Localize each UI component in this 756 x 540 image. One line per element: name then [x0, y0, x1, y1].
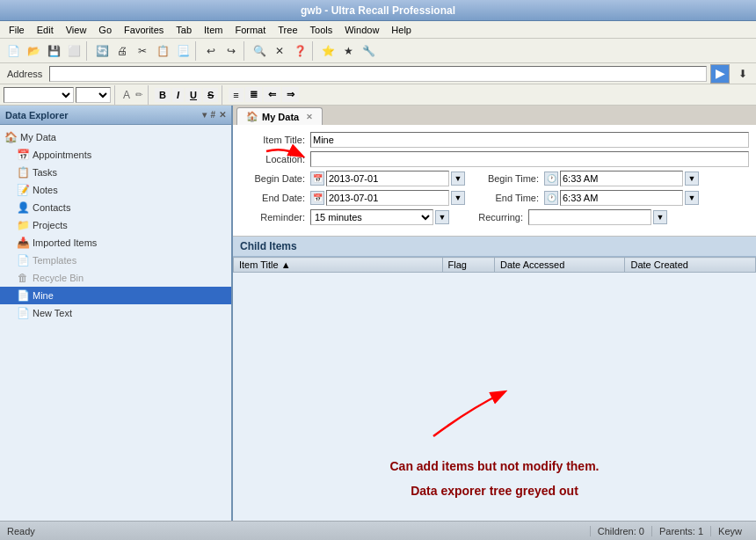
- tree-item-notes[interactable]: 📝 Notes: [0, 181, 231, 199]
- child-items-section: Child Items Item Title ▲ Flag Date Acces…: [233, 237, 756, 521]
- begin-date-icon[interactable]: 📅: [310, 171, 324, 186]
- main-area: Data Explorer ▾ # ✕ 🏠 My Data 📅 Appointm…: [0, 106, 756, 521]
- font-size-select[interactable]: [76, 87, 111, 103]
- recurring-input[interactable]: [528, 209, 651, 225]
- tree-item-mine[interactable]: 📄 Mine: [0, 287, 231, 304]
- menu-view[interactable]: View: [61, 23, 92, 37]
- annotation-area: Can add items but not modify them. Data …: [233, 357, 756, 521]
- sidebar-close-icon[interactable]: ✕: [219, 110, 226, 120]
- projects-icon: 📁: [16, 218, 30, 232]
- begin-date-dropdown-icon[interactable]: ▼: [451, 171, 465, 186]
- reminder-dropdown-icon[interactable]: ▼: [435, 210, 449, 224]
- open-btn[interactable]: 📂: [24, 41, 43, 61]
- italic-btn[interactable]: I: [172, 88, 184, 102]
- help-btn[interactable]: ❓: [290, 41, 309, 61]
- paste-btn[interactable]: 📃: [173, 41, 193, 61]
- sidebar-pin-icon[interactable]: ▾: [202, 110, 207, 120]
- bold-btn[interactable]: B: [155, 88, 171, 102]
- star2-btn[interactable]: ★: [338, 41, 358, 61]
- item-title-input[interactable]: [310, 132, 749, 148]
- end-time-input[interactable]: [560, 190, 683, 206]
- font-family-select[interactable]: [4, 87, 74, 103]
- end-date-input[interactable]: [326, 190, 449, 206]
- tab-icon: 🏠: [246, 111, 258, 122]
- menu-tab[interactable]: Tab: [171, 23, 197, 37]
- menu-go[interactable]: Go: [93, 23, 117, 37]
- recurring-label: Recurring:: [458, 212, 528, 223]
- format-bar: A ✏ B I U S ≡ ≣ ⇐ ⇒: [0, 84, 756, 106]
- annotation-line2: Data exporer tree greyed out: [411, 484, 578, 498]
- tab-close-btn[interactable]: ✕: [306, 113, 313, 121]
- list2-btn[interactable]: ≣: [245, 87, 262, 102]
- col-date-accessed[interactable]: Date Accessed: [494, 258, 625, 273]
- star-btn[interactable]: ⭐: [318, 41, 338, 61]
- menu-help[interactable]: Help: [386, 23, 417, 37]
- print-btn[interactable]: 🖨: [113, 41, 132, 61]
- menu-window[interactable]: Window: [339, 23, 384, 37]
- address-input[interactable]: [49, 66, 707, 82]
- copy2-btn[interactable]: 📋: [153, 41, 172, 61]
- begin-time-input[interactable]: [560, 171, 683, 186]
- menu-tree[interactable]: Tree: [273, 23, 302, 37]
- cut-btn[interactable]: ✂: [133, 41, 152, 61]
- menu-edit[interactable]: Edit: [32, 23, 59, 37]
- menu-format[interactable]: Format: [229, 23, 271, 37]
- save-btn[interactable]: 💾: [44, 41, 63, 61]
- menu-item[interactable]: Item: [199, 23, 228, 37]
- begin-date-label: Begin Date:: [240, 173, 310, 184]
- begin-time-dropdown-icon[interactable]: ▼: [685, 171, 699, 186]
- tree-item-new-text[interactable]: 📄 New Text: [0, 304, 231, 322]
- end-date-dropdown-icon[interactable]: ▼: [451, 191, 465, 205]
- tree-item-imported-items[interactable]: 📥 Imported Items: [0, 234, 231, 252]
- strikethrough-btn[interactable]: S: [203, 88, 218, 102]
- recurring-dropdown-icon[interactable]: ▼: [653, 210, 667, 224]
- new-btn[interactable]: 📄: [4, 41, 23, 61]
- my-data-tab[interactable]: 🏠 My Data ✕: [236, 107, 323, 125]
- tree-item-projects[interactable]: 📁 Projects: [0, 216, 231, 234]
- end-time-dropdown-icon[interactable]: ▼: [685, 191, 699, 205]
- child-items-grid: Item Title ▲ Flag Date Accessed Date Cre…: [233, 257, 756, 273]
- indent-more-btn[interactable]: ⇒: [282, 87, 299, 102]
- copy-btn[interactable]: ⬜: [64, 41, 84, 61]
- col-flag[interactable]: Flag: [442, 258, 494, 273]
- menu-favorites[interactable]: Favorites: [119, 23, 169, 37]
- menu-tools[interactable]: Tools: [305, 23, 338, 37]
- status-ready: Ready: [7, 526, 35, 536]
- address-extra-btn[interactable]: ⬇: [733, 64, 752, 84]
- go-btn[interactable]: ▶: [710, 64, 730, 84]
- contacts-icon: 👤: [16, 201, 30, 215]
- tree-item-label: Contacts: [33, 202, 70, 213]
- col-item-title[interactable]: Item Title ▲: [234, 258, 443, 273]
- tree-item-tasks[interactable]: 📋 Tasks: [0, 164, 231, 181]
- location-input[interactable]: [310, 151, 749, 167]
- appointments-icon: 📅: [16, 148, 30, 162]
- indent-less-btn[interactable]: ⇐: [264, 87, 280, 102]
- templates-icon: 📄: [16, 253, 30, 267]
- tree-item-templates[interactable]: 📄 Templates: [0, 252, 231, 269]
- begin-date-row: Begin Date: 📅 ▼ Begin Time: 🕐 ▼: [240, 171, 749, 186]
- tree-item-recycle-bin[interactable]: 🗑 Recycle Bin: [0, 269, 231, 287]
- end-date-icon[interactable]: 📅: [310, 191, 324, 205]
- sidebar-header: Data Explorer ▾ # ✕: [0, 106, 231, 125]
- tree-item-label: Notes: [33, 185, 58, 195]
- refresh-btn[interactable]: 🔄: [92, 41, 112, 61]
- underline-btn[interactable]: U: [185, 88, 201, 102]
- list1-btn[interactable]: ≡: [229, 88, 243, 102]
- sidebar-dock-icon[interactable]: #: [210, 110, 215, 120]
- menu-file[interactable]: File: [4, 23, 30, 37]
- status-children: Children: 0: [590, 526, 651, 536]
- undo-btn[interactable]: ↩: [201, 41, 221, 61]
- fsep3: [222, 85, 225, 105]
- col-date-created[interactable]: Date Created: [625, 258, 756, 273]
- tool-btn[interactable]: 🔧: [359, 41, 378, 61]
- tree-item-appointments[interactable]: 📅 Appointments: [0, 146, 231, 164]
- sep4: [312, 41, 316, 61]
- tree-item-my-data[interactable]: 🏠 My Data: [0, 128, 231, 146]
- child-items-title: Child Items: [240, 240, 297, 252]
- begin-date-input[interactable]: [326, 171, 449, 186]
- reminder-select[interactable]: 15 minutes: [310, 209, 433, 225]
- tree-item-contacts[interactable]: 👤 Contacts: [0, 199, 231, 216]
- search-btn[interactable]: 🔍: [250, 41, 269, 61]
- redo-btn[interactable]: ↪: [222, 41, 241, 61]
- delete-btn[interactable]: ✕: [270, 41, 289, 61]
